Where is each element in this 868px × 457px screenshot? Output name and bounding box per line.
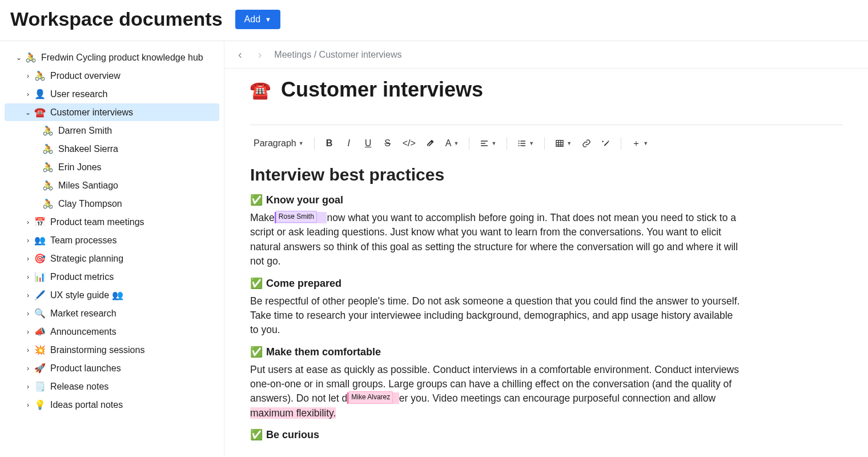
sidebar-item-market-research[interactable]: › 🔍 Market research — [5, 304, 219, 322]
link-button[interactable] — [578, 135, 594, 151]
subsection-title: Know your goal — [266, 194, 343, 206]
link-icon — [582, 139, 591, 148]
sidebar-item-ideas-portal[interactable]: › 💡 Ideas portal notes — [5, 396, 219, 414]
chevron-right-icon[interactable]: › — [23, 291, 33, 299]
list-icon — [517, 139, 527, 148]
paragraph-style-label: Paragraph — [254, 138, 296, 149]
sidebar-item-label: Team processes — [50, 235, 117, 246]
magic-button[interactable] — [598, 135, 614, 151]
chevron-right-icon[interactable]: › — [23, 255, 33, 263]
sidebar-item-label: Product team meetings — [50, 217, 144, 227]
sidebar-item-darren-smith[interactable]: 🚴 Darren Smith — [5, 122, 219, 139]
caret-down-icon: ▼ — [566, 141, 572, 146]
subsection-heading: ✅Come prepared — [250, 277, 741, 290]
sidebar-item-product-overview[interactable]: › 🚴 Product overview — [5, 67, 219, 85]
chevron-right-icon[interactable]: › — [23, 218, 33, 226]
chevron-down-icon[interactable]: ⌄ — [23, 109, 33, 117]
sidebar-item-label: Product overview — [50, 71, 120, 81]
insert-button[interactable]: ＋▼ — [628, 135, 652, 151]
caret-down-icon: ▼ — [265, 16, 271, 23]
clear-format-button[interactable] — [423, 135, 439, 151]
check-icon: ✅ — [250, 194, 263, 206]
megaphone-icon: 📣 — [34, 326, 46, 337]
toolbar-separator — [469, 137, 469, 150]
collab-cursor-rose: Rose Smith sure you k — [275, 212, 327, 223]
spark-icon: 💥 — [34, 344, 46, 355]
sidebar-item-user-research[interactable]: › 👤 User research — [5, 85, 219, 103]
chevron-down-icon[interactable]: ⌄ — [14, 54, 24, 62]
subsection-heading: ✅Make them comfortable — [250, 346, 741, 358]
svg-point-2 — [519, 145, 520, 146]
italic-button[interactable]: I — [341, 135, 357, 151]
code-button[interactable]: </> — [399, 135, 419, 151]
editor-toolbar: Paragraph ▼ B I U S </> A▼ — [250, 133, 843, 161]
chevron-right-icon[interactable]: › — [23, 273, 33, 281]
chevron-right-icon[interactable]: › — [23, 310, 33, 318]
sidebar-item-label: Product launches — [50, 363, 121, 374]
text: now — [327, 212, 345, 223]
sidebar-item-announcements[interactable]: › 📣 Announcements — [5, 323, 219, 340]
list-button[interactable]: ▼ — [514, 135, 537, 151]
chevron-right-icon[interactable]: › — [23, 236, 33, 244]
collab-cursor-label: Rose Smith — [276, 211, 317, 223]
sidebar-item-erin-jones[interactable]: 🚴 Erin Jones — [5, 158, 219, 176]
document-title: Customer interviews — [281, 78, 483, 102]
chevron-right-icon[interactable]: › — [23, 364, 33, 372]
sidebar-root[interactable]: ⌄ 🚴 Fredwin Cycling product knowledge hu… — [5, 49, 219, 66]
sidebar-item-product-launches[interactable]: › 🚀 Product launches — [5, 359, 219, 377]
paragraph-style-select[interactable]: Paragraph ▼ — [250, 135, 307, 151]
sidebar-item-label: Brainstorming sessions — [50, 345, 144, 355]
align-button[interactable]: ▼ — [476, 135, 500, 151]
sidebar-item-label: Ideas portal notes — [50, 400, 123, 410]
sidebar-item-clay-thompson[interactable]: 🚴 Clay Thompson — [5, 195, 219, 213]
bike-icon: 🚴 — [42, 198, 54, 209]
paragraph: MakeRose Smith sure you know what you wa… — [250, 211, 741, 269]
sidebar-item-label: Announcements — [50, 327, 116, 337]
check-icon: ✅ — [250, 278, 263, 289]
collab-cursor-mike: Mike Alvarezistance det — [347, 392, 399, 404]
subsection-heading: ✅Know your goal — [250, 194, 741, 206]
subsection-title: Make them comfortable — [266, 346, 381, 358]
sidebar-item-miles-santiago[interactable]: 🚴 Miles Santiago — [5, 177, 219, 194]
sidebar-item-product-metrics[interactable]: › 📊 Product metrics — [5, 268, 219, 286]
forward-button[interactable]: › — [255, 47, 266, 62]
chevron-right-icon[interactable]: › — [23, 90, 33, 98]
strikethrough-button[interactable]: S — [380, 135, 396, 151]
sidebar-item-label: Release notes — [50, 382, 108, 392]
chevron-right-icon[interactable]: › — [23, 383, 33, 391]
sidebar-item-strategic-planning[interactable]: › 🎯 Strategic planning — [5, 250, 219, 267]
sidebar-item-customer-interviews[interactable]: ⌄ ☎️ Customer interviews — [5, 103, 219, 121]
paragraph: Be respectful of other people's time. Do… — [250, 294, 741, 338]
add-button[interactable]: Add ▼ — [235, 10, 280, 29]
caret-down-icon: ▼ — [299, 141, 304, 146]
chevron-right-icon[interactable]: › — [23, 401, 33, 409]
add-button-label: Add — [244, 14, 260, 25]
sidebar-item-ux-style-guide[interactable]: › 🖊️ UX style guide 👥 — [5, 286, 219, 304]
paragraph: Put users at ease as quickly as possible… — [250, 363, 741, 421]
caret-down-icon: ▼ — [491, 141, 496, 146]
sidebar-item-release-notes[interactable]: › 🗒️ Release notes — [5, 378, 219, 395]
chevron-right-icon[interactable]: › — [23, 346, 33, 354]
sidebar-item-product-team-meetings[interactable]: › 📅 Product team meetings — [5, 213, 219, 231]
person-icon: 👤 — [34, 89, 46, 99]
sidebar-item-label: Miles Santiago — [58, 181, 118, 191]
sidebar-item-shakeel-sierra[interactable]: 🚴 Shakeel Sierra — [5, 140, 219, 158]
toolbar-separator — [507, 137, 507, 150]
breadcrumb[interactable]: Meetings / Customer interviews — [274, 50, 401, 60]
chevron-right-icon[interactable]: › — [23, 72, 33, 80]
document-body[interactable]: Interview best practices ✅Know your goal… — [250, 165, 741, 441]
sidebar-item-brainstorming[interactable]: › 💥 Brainstorming sessions — [5, 341, 219, 359]
underline-button[interactable]: U — [360, 135, 376, 151]
back-button[interactable]: ‹ — [235, 47, 246, 62]
sidebar-item-label: UX style guide 👥 — [50, 290, 123, 300]
sidebar-item-label: Product metrics — [50, 272, 114, 282]
chevron-right-icon[interactable]: › — [23, 328, 33, 336]
bold-button[interactable]: B — [322, 135, 337, 151]
sidebar-item-label: Market research — [50, 308, 116, 319]
pen-icon: 🖊️ — [34, 290, 46, 300]
text-color-button[interactable]: A▼ — [442, 135, 463, 151]
table-button[interactable]: ▼ — [552, 135, 575, 151]
caret-down-icon: ▼ — [453, 141, 459, 146]
page-title: Workspace documents — [10, 8, 223, 30]
sidebar-item-team-processes[interactable]: › 👥 Team processes — [5, 231, 219, 249]
